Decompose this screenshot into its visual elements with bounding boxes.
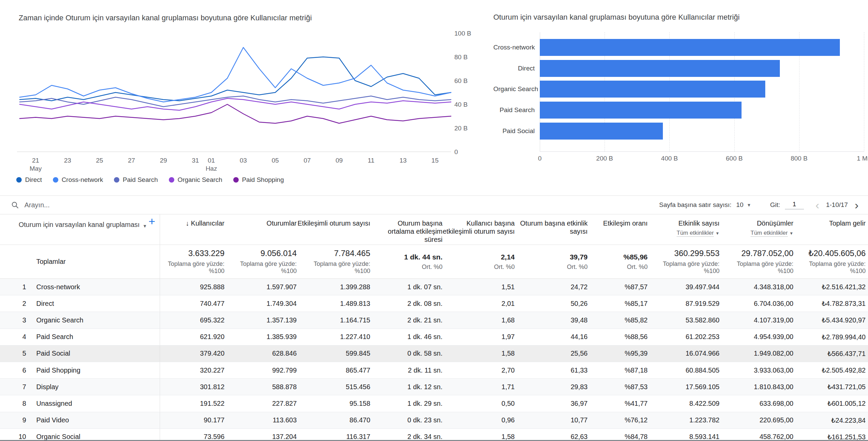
table-row[interactable]: 2Direct740.4771.749.3041.489.8132 dk. 08… — [0, 295, 868, 312]
table-row[interactable]: 3Organic Search695.3221.357.1391.164.715… — [0, 312, 868, 329]
metric-cell: ₺2.789.994,40 — [793, 333, 866, 341]
metric-cell: 1.810.843,00 — [719, 383, 793, 391]
events-filter-dropdown[interactable]: Tüm etkinlikler▼ — [677, 229, 719, 237]
metric-cell: 44,16 — [515, 333, 588, 341]
dimension-cell: 4Paid Search — [0, 329, 160, 345]
bar-organic-search[interactable] — [540, 81, 765, 98]
metric-cell: 61.202.253 — [648, 333, 719, 341]
column-header[interactable]: Etkileşimli oturum sayısı — [297, 214, 370, 245]
column-header[interactable]: DönüşümlerTüm etkinlikler▼ — [719, 214, 793, 245]
legend-dot-icon — [16, 177, 22, 183]
legend-item-paid-search[interactable]: Paid Search — [114, 176, 158, 184]
metric-cell: 8.422.509 — [648, 400, 719, 407]
channel-name: Unassigned — [36, 400, 72, 407]
metric-cell: 1.164.715 — [297, 316, 370, 324]
metric-cell: 220.695,00 — [719, 416, 793, 424]
metric-cell: 2 dk. 11 sn. — [370, 366, 442, 374]
table-toolbar: Sayfa başına satır sayısı: 10 ▼ Git: ‹ 1… — [0, 195, 868, 214]
metric-cell: 1 dk. 07 sn. — [370, 283, 442, 291]
bar-direct[interactable] — [540, 60, 780, 77]
legend-item-paid-shopping[interactable]: Paid Shopping — [233, 176, 284, 184]
dimension-cell: 6Paid Shopping — [0, 362, 160, 378]
search-input[interactable] — [24, 201, 133, 209]
bar-chart: 0200 B400 B600 B800 B1 MnCross-networkDi… — [493, 32, 868, 168]
rows-per-page-label: Sayfa başına satır sayısı: — [659, 201, 731, 209]
totals-value: 1 dk. 44 sn. — [404, 253, 442, 261]
column-header[interactable]: Kullanıcı başına etkileşimli oturum sayı… — [442, 214, 515, 245]
events-filter-dropdown[interactable]: Tüm etkinlikler▼ — [751, 229, 793, 237]
bar-axis-tick: 400 B — [661, 155, 678, 162]
metric-cell: 1,71 — [442, 383, 515, 391]
table-header-row: Oturum için varsayılan kanal gruplaması▼… — [0, 214, 868, 245]
bar-paid-social[interactable] — [540, 123, 663, 140]
next-page-icon[interactable]: › — [853, 200, 861, 210]
metric-cell: 458.762,00 — [719, 433, 793, 441]
search-icon — [11, 201, 19, 209]
table-row[interactable]: 9Paid Video90.177113.60386.4700 dk. 23 s… — [0, 412, 868, 429]
table-search[interactable] — [0, 201, 133, 209]
column-header[interactable]: Etkileşim oranı — [588, 214, 648, 245]
metric-cell: ₺5.434.920,97 — [793, 316, 866, 324]
totals-note: Toplama göre yüzde: %100 — [310, 260, 370, 275]
metric-cell: 1 dk. 29 sn. — [370, 400, 442, 407]
dimension-column-header[interactable]: Oturum için varsayılan kanal gruplaması▼… — [0, 214, 160, 245]
svg-text:80 B: 80 B — [454, 54, 468, 61]
bar-cross-network[interactable] — [540, 39, 840, 56]
channel-name: Paid Shopping — [36, 366, 80, 374]
table-row[interactable]: 5Paid Social379.420628.846599.8450 dk. 5… — [0, 345, 868, 362]
column-header[interactable]: ↓ Kullanıcılar — [160, 214, 224, 245]
bar-category-label: Paid Search — [493, 102, 535, 119]
table-row[interactable]: 6Paid Shopping320.227992.799865.4772 dk.… — [0, 362, 868, 379]
metric-cell: 6.704.036,00 — [719, 300, 793, 308]
metric-cell: 24,72 — [515, 283, 588, 291]
bar-paid-search[interactable] — [540, 102, 742, 119]
analytics-report-page: Zaman içinde Oturum için varsayılan kana… — [0, 0, 868, 441]
table-body: 1Cross-network925.8881.597.9071.399.2881… — [0, 279, 868, 441]
totals-cell: 1 dk. 44 sn.Ort. %0 — [370, 245, 442, 278]
metric-cell: 191.522 — [160, 400, 224, 407]
row-number: 6 — [0, 366, 26, 374]
line-chart-title: Zaman içinde Oturum için varsayılan kana… — [19, 14, 466, 22]
table-row[interactable]: 1Cross-network925.8881.597.9071.399.2881… — [0, 279, 868, 295]
table-row[interactable]: 4Paid Search621.9201.385.9391.227.4101 d… — [0, 329, 868, 345]
row-number: 4 — [0, 333, 26, 341]
metric-cell: 633.698,00 — [719, 400, 793, 407]
svg-text:40 B: 40 B — [454, 101, 468, 108]
metric-cell: 39.497.944 — [648, 283, 719, 291]
svg-text:11: 11 — [368, 157, 375, 164]
metric-cell: 515.456 — [297, 383, 370, 391]
dimension-cell: 3Organic Search — [0, 312, 160, 328]
metric-cell: 1.597.907 — [224, 283, 297, 291]
legend-label: Paid Shopping — [242, 176, 284, 184]
totals-cell: ₺20.405.605,06Toplama göre yüzde: %100 — [793, 245, 866, 278]
legend-dot-icon — [114, 177, 119, 183]
metric-cell: 1 dk. 12 sn. — [370, 383, 442, 391]
legend-label: Organic Search — [178, 176, 222, 184]
rows-per-page-select[interactable]: 10 ▼ — [736, 201, 751, 209]
previous-page-icon[interactable]: ‹ — [813, 200, 821, 210]
metric-cell: 1.223.782 — [648, 416, 719, 424]
table-row[interactable]: 10Organic Social73.596137.204116.3172 dk… — [0, 429, 868, 441]
metric-cell: 90.177 — [160, 416, 224, 424]
add-dimension-button[interactable]: + — [149, 217, 155, 225]
legend-item-cross-network[interactable]: Cross-network — [53, 176, 103, 184]
table-totals-row: Toplamlar3.633.229Toplama göre yüzde: %1… — [0, 245, 868, 279]
column-header[interactable]: Toplam gelir — [793, 214, 866, 245]
column-header[interactable]: Etkinlik sayısıTüm etkinlikler▼ — [648, 214, 719, 245]
legend-item-organic-search[interactable]: Organic Search — [169, 176, 222, 184]
metric-cell: 379.420 — [160, 350, 224, 357]
metric-cell: 740.477 — [160, 300, 224, 308]
chevron-down-icon: ▼ — [715, 231, 719, 236]
line-chart: 020 B40 B60 B80 B100 B21May232527293101H… — [14, 24, 481, 174]
legend-label: Direct — [25, 176, 42, 184]
table-row[interactable]: 8Unassigned191.522227.82795.1581 dk. 29 … — [0, 395, 868, 412]
goto-page-input[interactable] — [785, 201, 804, 209]
dimension-header-label: Oturum için varsayılan kanal gruplaması — [19, 220, 140, 229]
legend-label: Cross-network — [62, 176, 103, 184]
column-header[interactable]: Oturum başına ortalama etkileşim süresi — [370, 214, 442, 245]
totals-value: %85,96 — [624, 253, 648, 261]
legend-item-direct[interactable]: Direct — [16, 176, 42, 184]
column-header[interactable]: Oturum başına etkinlik sayısı — [515, 214, 588, 245]
table-row[interactable]: 7Display301.812588.878515.4561 dk. 12 sn… — [0, 379, 868, 395]
column-header[interactable]: Oturumlar — [224, 214, 297, 245]
